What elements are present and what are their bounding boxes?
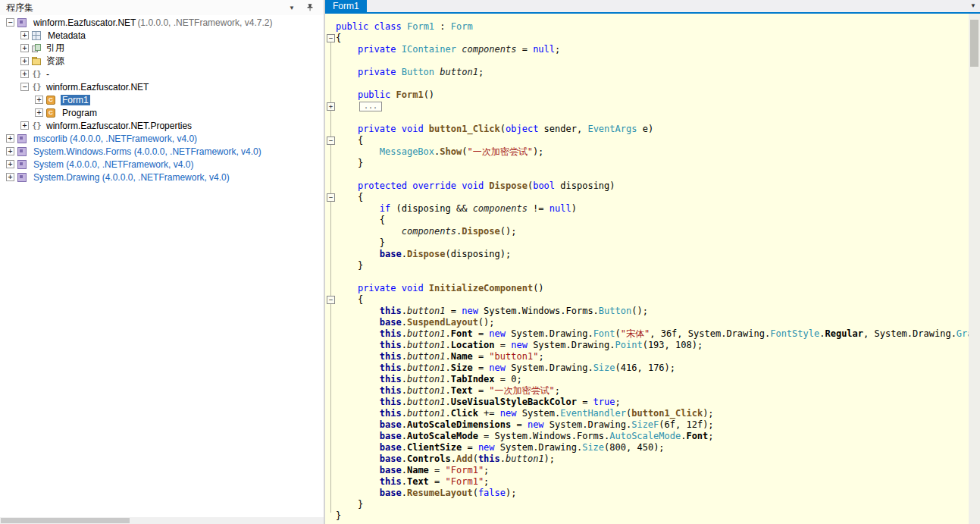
assembly-icon [17, 147, 27, 156]
code-token: . [402, 317, 407, 328]
tab-form1[interactable]: Form1 [325, 0, 367, 12]
code-line-15[interactable]: protected override void Dispose(bool dis… [325, 180, 980, 192]
tree-item-class-program[interactable]: +Program [0, 106, 324, 119]
fold-collapse-icon[interactable]: − [327, 193, 335, 202]
code-line-8[interactable]: + ... [325, 101, 980, 112]
code-line-17[interactable]: if (disposing && components != null) [325, 203, 980, 215]
code-text: protected override void Dispose(bool dis… [336, 180, 615, 192]
code-line-1[interactable]: public class Form1 : Form [325, 21, 980, 33]
code-line-42[interactable]: base.ResumeLayout(false); [325, 488, 980, 499]
vertical-scrollbar[interactable] [969, 14, 980, 524]
code-line-34[interactable]: this.button1.UseVisualStyleBackColor = t… [325, 397, 980, 408]
code-token: private [358, 44, 396, 55]
tree-item-namespace-properties[interactable]: +{}winform.Eazfuscator.NET.Properties [0, 119, 324, 132]
expand-icon[interactable]: + [20, 57, 29, 65]
expand-icon[interactable]: + [20, 31, 29, 39]
code-token: . [402, 374, 407, 384]
code-line-30[interactable]: this.button1.Name = "button1"; [325, 351, 980, 362]
code-token [336, 465, 380, 475]
expand-icon[interactable]: + [35, 108, 43, 117]
collapsed-region[interactable]: ... [359, 102, 382, 111]
tree-item-metadata[interactable]: +Metadata [0, 29, 324, 42]
code-line-4[interactable] [325, 55, 980, 67]
code-line-37[interactable]: base.AutoScaleMode = System.Windows.Form… [325, 431, 980, 442]
expand-icon[interactable]: + [6, 147, 14, 155]
code-line-14[interactable] [325, 169, 980, 180]
fold-collapse-icon[interactable]: − [327, 136, 335, 145]
code-line-44[interactable]: } [325, 510, 980, 522]
code-line-35[interactable]: this.button1.Click += new System.EventHa… [325, 408, 980, 419]
code-line-24[interactable]: private void InitializeComponent() [325, 283, 980, 294]
code-token: void [402, 283, 424, 293]
code-line-6[interactable] [325, 78, 980, 89]
code-line-9[interactable] [325, 112, 980, 124]
expand-icon[interactable]: + [20, 121, 29, 130]
code-line-22[interactable]: } [325, 260, 980, 271]
expand-icon[interactable]: + [20, 44, 29, 52]
code-line-27[interactable]: base.SuspendLayout(); [325, 317, 980, 328]
code-line-33[interactable]: this.button1.Text = "一次加密尝试"; [325, 385, 980, 397]
code-line-11[interactable]: − { [325, 135, 980, 146]
code-token [336, 203, 380, 214]
code-line-19[interactable]: components.Dispose(); [325, 226, 980, 237]
tab-list-chevron-down-icon[interactable]: ▼ [970, 2, 976, 9]
code-token: = [429, 476, 446, 487]
code-line-38[interactable]: base.ClientSize = new System.Drawing.Siz… [325, 442, 980, 453]
code-line-41[interactable]: this.Text = "Form1"; [325, 476, 980, 488]
tree-item-assembly-mscorlib[interactable]: +mscorlib (4.0.0.0, .NETFramework, v4.0) [0, 132, 324, 145]
code-line-43[interactable]: } [325, 499, 980, 510]
code-line-28[interactable]: this.button1.Font = new System.Drawing.F… [325, 328, 980, 340]
code-token: ); [703, 408, 713, 419]
code-line-18[interactable]: { [325, 215, 980, 226]
expand-icon[interactable]: + [6, 160, 14, 168]
code-token: System.Drawing. [506, 328, 593, 339]
code-line-40[interactable]: base.Name = "Form1"; [325, 465, 980, 476]
vertical-scrollbar-thumb[interactable] [970, 20, 978, 67]
collapse-icon[interactable]: − [6, 18, 14, 27]
fold-collapse-icon[interactable]: − [327, 34, 335, 42]
code-line-2[interactable]: −{ [325, 33, 980, 44]
code-line-12[interactable]: MessageBox.Show("一次加密尝试"); [325, 146, 980, 158]
code-text: this.button1.UseVisualStyleBackColor = t… [336, 397, 621, 408]
expand-icon[interactable]: + [6, 173, 14, 181]
code-line-21[interactable]: base.Dispose(disposing); [325, 249, 980, 260]
code-token: = [429, 465, 446, 475]
pin-icon[interactable] [305, 3, 315, 13]
tree-item-references[interactable]: +引用 [0, 42, 324, 55]
code-line-7[interactable]: public Form1() [325, 89, 980, 101]
code-line-13[interactable]: } [325, 158, 980, 169]
code-line-31[interactable]: this.button1.Size = new System.Drawing.S… [325, 362, 980, 374]
tree-item-assembly-winform-eazfuscator[interactable]: −winform.Eazfuscator.NET (1.0.0.0, .NETF… [0, 16, 324, 29]
tree-item-assembly-system-windows-forms[interactable]: +System.Windows.Forms (4.0.0.0, .NETFram… [0, 145, 324, 158]
code-line-26[interactable]: this.button1 = new System.Windows.Forms.… [325, 306, 980, 317]
code-line-10[interactable]: private void button1_Click(object sender… [325, 124, 980, 135]
code-line-20[interactable]: } [325, 237, 980, 249]
collapse-icon[interactable]: − [20, 83, 29, 91]
code-line-5[interactable]: private Button button1; [325, 67, 980, 78]
code-line-25[interactable]: − { [325, 294, 980, 306]
expand-icon[interactable]: + [20, 70, 29, 78]
tree-item-namespace-winform-eazfuscator[interactable]: −{}winform.Eazfuscator.NET [0, 80, 324, 93]
expand-icon[interactable]: + [6, 134, 14, 143]
code-line-29[interactable]: this.button1.Location = new System.Drawi… [325, 340, 980, 351]
code-line-32[interactable]: this.button1.TabIndex = 0; [325, 374, 980, 385]
fold-collapse-icon[interactable]: − [327, 296, 335, 304]
tree-item-assembly-system[interactable]: +System (4.0.0.0, .NETFramework, v4.0) [0, 158, 324, 171]
tree-item-namespace-empty[interactable]: +{}- [0, 67, 324, 80]
code-editor[interactable]: public class Form1 : Form−{ private ICon… [325, 14, 980, 524]
code-token: new [489, 328, 506, 339]
code-line-36[interactable]: base.AutoScaleDimensions = new System.Dr… [325, 419, 980, 431]
code-line-39[interactable]: base.Controls.Add(this.button1); [325, 453, 980, 465]
code-line-23[interactable] [325, 271, 980, 283]
code-line-16[interactable]: − { [325, 192, 980, 203]
horizontal-scrollbar-thumb[interactable] [1, 518, 130, 523]
panel-menu-chevron-down-icon[interactable]: ▼ [289, 5, 295, 11]
tree-item-class-form1[interactable]: +Form1 [0, 93, 324, 106]
tree-item-resources[interactable]: +资源 [0, 55, 324, 67]
horizontal-scrollbar[interactable] [0, 517, 324, 524]
fold-expand-icon[interactable]: + [327, 102, 335, 111]
code-token [390, 89, 396, 100]
code-line-3[interactable]: private IContainer components = null; [325, 44, 980, 55]
tree-item-assembly-system-drawing[interactable]: +System.Drawing (4.0.0.0, .NETFramework,… [0, 171, 324, 184]
expand-icon[interactable]: + [35, 96, 43, 104]
